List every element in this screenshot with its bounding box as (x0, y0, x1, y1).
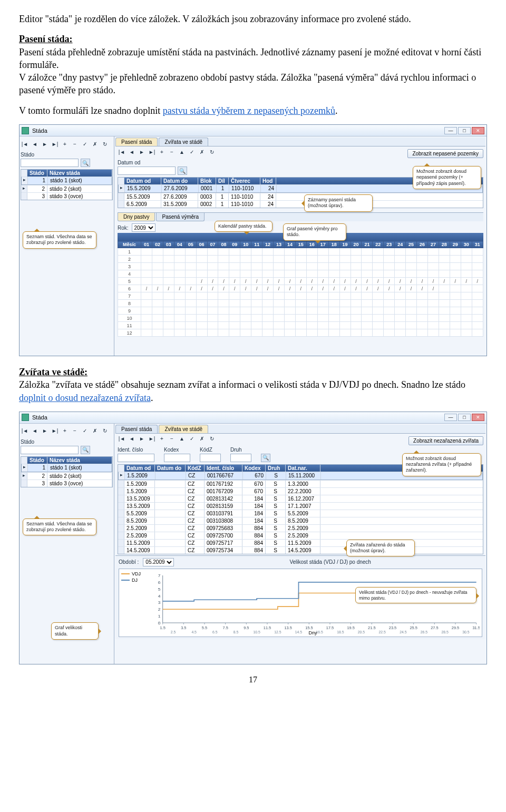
rok-select[interactable]: 2009 (132, 223, 155, 232)
table-row[interactable]: 3stádo 3 (ovce) (21, 480, 112, 487)
table-row[interactable]: 1.5.2009CZ001767209670S22.2.2000 (118, 487, 483, 495)
nav-add-icon[interactable]: + (158, 148, 166, 156)
nav-last-icon[interactable]: ►| (148, 435, 156, 443)
nav-edit-icon[interactable]: ▲ (178, 435, 186, 443)
window-close-button[interactable]: ✕ (472, 127, 484, 134)
nav-last-icon[interactable]: ►| (51, 140, 59, 148)
window-minimize-button[interactable]: — (444, 414, 457, 421)
nav-refresh-icon[interactable]: ↻ (208, 435, 216, 443)
nav-del-icon[interactable]: − (168, 435, 176, 443)
table-row[interactable]: ▸1stádo 1 (skot) (21, 464, 112, 472)
nav-ok-icon[interactable]: ✓ (188, 435, 196, 443)
nav-add-icon[interactable]: + (61, 427, 69, 435)
kodex-input[interactable] (164, 454, 190, 462)
nav-cancel-icon[interactable]: ✗ (91, 427, 99, 435)
nav-next-icon[interactable]: ► (41, 427, 49, 435)
window-minimize-button[interactable]: — (444, 127, 457, 134)
table-row[interactable]: 3 stádo 3 (ovce) (21, 192, 112, 200)
window-maximize-button[interactable]: □ (458, 127, 471, 134)
nav-del-icon[interactable]: − (71, 427, 79, 435)
zv-col-kodex[interactable]: Kodex (242, 465, 266, 472)
nav-prev-icon[interactable]: ◄ (128, 435, 136, 443)
link-nepasene-pozemky[interactable]: pastvu stáda výběrem z nepasených pozemk… (163, 105, 335, 116)
subtab-pasena-vymera[interactable]: Pasená výměra (156, 213, 204, 221)
table-row[interactable]: 11.5.2009CZ009725717884S11.5.2009 (118, 539, 483, 546)
nav-del-icon[interactable]: − (168, 148, 176, 156)
subtab-dny-pastvy[interactable]: Dny pastvy (118, 213, 155, 221)
table-row[interactable]: 2.5.2009CZ009725683884S2.5.2009 (118, 524, 483, 532)
pas-col-ctv[interactable]: Čtverec (229, 178, 260, 184)
nav-ok-icon[interactable]: ✓ (188, 148, 196, 156)
binoculars-icon[interactable]: 🔍 (81, 446, 90, 454)
nav-add-icon[interactable]: + (158, 435, 166, 443)
tab-paseni[interactable]: Pasení stáda (115, 138, 158, 146)
herd-col-stado[interactable]: Stádo (27, 170, 47, 177)
table-row[interactable]: 1.5.2009CZ001767192670S1.3.2000 (118, 480, 483, 487)
nav-next-icon[interactable]: ► (138, 148, 146, 156)
nav-refresh-icon[interactable]: ↻ (208, 148, 216, 156)
table-row[interactable]: 13.5.2009CZ002813142184S16.12.2007 (118, 495, 483, 502)
druh-input[interactable] (230, 454, 251, 462)
herd-search-input[interactable] (21, 446, 79, 454)
nav-refresh-icon[interactable]: ↻ (101, 427, 109, 435)
table-row[interactable]: 8.5.2009CZ003103808184S8.5.2009 (118, 517, 483, 524)
nav-next-icon[interactable]: ► (41, 140, 49, 148)
pas-col-hod[interactable]: Hod (260, 178, 276, 184)
zv-col-kodz[interactable]: KódZ (186, 465, 205, 472)
ident-input[interactable] (118, 454, 154, 462)
zv-col-od[interactable]: Datum od (124, 465, 155, 472)
nav-cancel-icon[interactable]: ✗ (198, 435, 206, 443)
herd-grid[interactable]: Stádo Název stáda ▸1stádo 1 (skot) ▸2stá… (21, 456, 113, 487)
table-row[interactable]: ▸ 2 stádo 2 (skot) (21, 185, 112, 192)
zv-col-do[interactable]: Datum do (155, 465, 186, 472)
nav-prev-icon[interactable]: ◄ (31, 140, 39, 148)
nav-first-icon[interactable]: |◄ (118, 148, 126, 156)
binoculars-icon[interactable]: 🔍 (261, 454, 270, 462)
nav-last-icon[interactable]: ►| (148, 148, 156, 156)
zobrazit-nezarazena-button[interactable]: Zobrazit nezařazená zvířata (408, 436, 483, 445)
nav-prev-icon[interactable]: ◄ (128, 148, 136, 156)
table-row[interactable]: 5.5.2009CZ003103791184S5.5.2009 (118, 510, 483, 517)
nav-add-icon[interactable]: + (61, 140, 69, 148)
datum-od-input[interactable] (118, 167, 176, 175)
binoculars-icon[interactable]: 🔍 (81, 159, 90, 167)
nav-last-icon[interactable]: ►| (51, 427, 59, 435)
table-row[interactable]: ▸ 1 stádo 1 (skot) (21, 177, 112, 185)
nav-first-icon[interactable]: |◄ (21, 427, 29, 435)
table-row[interactable]: 2.5.2009CZ009725700884S2.5.2009 (118, 532, 483, 539)
zvirata-grid[interactable]: Datum od Datum do KódZ Ident. číslo Kode… (118, 464, 483, 554)
nav-cancel-icon[interactable]: ✗ (91, 140, 99, 148)
obdobi-select[interactable]: 05.2009 (143, 558, 174, 566)
pas-col-dil[interactable]: Díl (216, 178, 229, 184)
nav-next-icon[interactable]: ► (138, 435, 146, 443)
nav-del-icon[interactable]: − (71, 140, 79, 148)
table-row[interactable]: 14.5.2009CZ009725734884S14.5.2009 (118, 546, 483, 554)
pas-col-blok[interactable]: Blok (198, 178, 216, 184)
tab-zvirata[interactable]: Zvířata ve stádě (159, 138, 208, 146)
window-close-button[interactable]: ✕ (472, 414, 484, 421)
table-row[interactable]: 13.5.2009CZ002813159184S17.1.2007 (118, 502, 483, 510)
tab-paseni[interactable]: Pasení stáda (115, 425, 158, 433)
table-row[interactable]: 15.5.200927.6.200900031110-101024 (118, 193, 483, 200)
pas-col-do[interactable]: Datum do (161, 178, 198, 184)
nav-refresh-icon[interactable]: ↻ (101, 140, 109, 148)
kodz-input[interactable] (200, 454, 221, 462)
zv-col-ident[interactable]: Ident. číslo (205, 465, 242, 472)
nav-first-icon[interactable]: |◄ (21, 140, 29, 148)
zobrazit-nepasene-button[interactable]: Zobrazit nepasené pozemky (407, 149, 483, 158)
nav-prev-icon[interactable]: ◄ (31, 427, 39, 435)
zv-col-druh[interactable]: Druh (266, 465, 286, 472)
pas-col-od[interactable]: Datum od (124, 178, 161, 184)
zv-col-datnar[interactable]: Dat.nar. (286, 465, 320, 472)
tab-zvirata[interactable]: Zvířata ve stádě (159, 425, 208, 433)
window-maximize-button[interactable]: □ (458, 414, 471, 421)
table-row[interactable]: ▸2stádo 2 (skot) (21, 472, 112, 480)
nav-cancel-icon[interactable]: ✗ (198, 148, 206, 156)
binoculars-icon[interactable]: 🔍 (178, 167, 187, 175)
herd-col-nazev[interactable]: Název stáda (47, 170, 112, 177)
nav-edit-icon[interactable]: ▲ (178, 148, 186, 156)
nav-ok-icon[interactable]: ✓ (81, 140, 89, 148)
nav-first-icon[interactable]: |◄ (118, 435, 126, 443)
nav-ok-icon[interactable]: ✓ (81, 427, 89, 435)
link-nezarazena-zvirata[interactable]: doplnit o dosud nezařazená zvířata (19, 393, 151, 403)
